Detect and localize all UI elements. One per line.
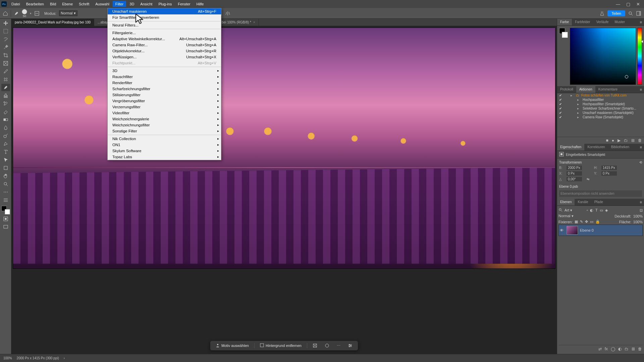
menu-item[interactable]: Topaz Labs bbox=[108, 154, 221, 160]
menu-item[interactable]: Neural Filters... bbox=[108, 22, 221, 28]
menu-item[interactable]: Verzerrungsfilter bbox=[108, 104, 221, 110]
menu-ebene[interactable]: Ebene bbox=[59, 1, 75, 7]
menu-item[interactable]: ON1 bbox=[108, 142, 221, 148]
heal-tool-icon[interactable] bbox=[1, 76, 10, 83]
panel-tab[interactable]: Korrekturen bbox=[584, 144, 608, 150]
hand-tool-icon[interactable] bbox=[1, 172, 10, 180]
lasso-tool-icon[interactable] bbox=[1, 36, 10, 43]
menu-fenster[interactable]: Fenster bbox=[175, 1, 193, 7]
panel-tab[interactable]: Muster bbox=[611, 19, 628, 25]
hue-slider[interactable] bbox=[637, 28, 642, 85]
properties-icon[interactable] bbox=[346, 342, 355, 349]
canvas[interactable]: Motiv auswählen Hintergrund entfernen ⋯ bbox=[11, 26, 557, 354]
menu-ansicht[interactable]: Ansicht bbox=[138, 1, 155, 7]
group-icon[interactable]: 🗀 bbox=[625, 347, 629, 351]
more-tools-icon[interactable]: ⋯ bbox=[1, 188, 10, 196]
width-field[interactable]: 2000 Px bbox=[567, 166, 582, 170]
lock-paint-icon[interactable]: ✎ bbox=[580, 220, 583, 224]
move-tool-icon[interactable] bbox=[1, 19, 10, 27]
menu-item[interactable]: Filtergalerie... bbox=[108, 30, 221, 36]
frame-tool-icon[interactable] bbox=[1, 60, 10, 67]
home-icon[interactable] bbox=[3, 11, 8, 16]
saturation-field[interactable] bbox=[570, 28, 636, 85]
trash-icon[interactable]: 🗑 bbox=[638, 347, 642, 351]
panel-tab[interactable]: Eigenschaften bbox=[557, 144, 584, 150]
panel-menu-icon[interactable]: ≡ bbox=[638, 86, 644, 93]
blend-mode-select[interactable]: Normal ▾ bbox=[59, 10, 77, 16]
filter-type-icon[interactable]: T bbox=[595, 208, 598, 212]
menu-item[interactable]: Videofilter bbox=[108, 110, 221, 116]
share-button[interactable]: Teilen bbox=[607, 10, 625, 16]
reset-icon[interactable]: ⟲ bbox=[639, 161, 642, 164]
menu-item[interactable]: Stilisierungsfilter bbox=[108, 92, 221, 98]
zoom-tool-icon[interactable] bbox=[1, 180, 10, 188]
flip-h-icon[interactable]: ⇋ bbox=[587, 177, 589, 181]
panel-menu-icon[interactable]: ≡ bbox=[638, 19, 644, 25]
layer-comp-select[interactable]: Ebenenkomposition nicht anwenden bbox=[559, 190, 642, 197]
action-item[interactable]: ✔▸Unscharf maskieren (Smartobjekt) bbox=[557, 111, 644, 115]
fill-field[interactable]: 100% bbox=[633, 220, 643, 224]
lock-all-icon[interactable]: 🔒 bbox=[595, 220, 600, 224]
path-select-icon[interactable] bbox=[1, 156, 10, 164]
blur-tool-icon[interactable] bbox=[1, 124, 10, 131]
search-icon[interactable] bbox=[628, 11, 633, 16]
menu-item[interactable]: Objektivkorrektur...Umschalt+Strg+R bbox=[108, 48, 221, 54]
menu-schrift[interactable]: Schrift bbox=[76, 1, 92, 7]
filter-adjust-icon[interactable]: ◐ bbox=[590, 208, 593, 213]
menu-item[interactable]: Scharfzeichnungsfilter bbox=[108, 86, 221, 92]
remove-bg-button[interactable]: Hintergrund entfernen bbox=[258, 342, 304, 349]
beaker-icon[interactable] bbox=[599, 11, 605, 16]
menu-plug-ins[interactable]: Plug-ins bbox=[156, 1, 174, 7]
eraser-tool-icon[interactable] bbox=[1, 108, 10, 115]
menu-item[interactable]: Sonstige Filter bbox=[108, 128, 221, 134]
new-set-icon[interactable]: 🗀 bbox=[624, 138, 628, 143]
select-subject-button[interactable]: Motiv auswählen bbox=[214, 342, 251, 349]
menu-item[interactable]: Unscharf maskierenAlt+Strg+F bbox=[108, 8, 221, 14]
action-item[interactable]: ✔▸Hochpassfilter bbox=[557, 98, 644, 102]
panel-tab[interactable]: Verläufe bbox=[593, 19, 612, 25]
panel-tab[interactable]: Pfade bbox=[591, 199, 606, 205]
menu-auswahl[interactable]: Auswahl bbox=[93, 1, 112, 7]
minimize-button[interactable]: — bbox=[616, 2, 620, 7]
fx-icon[interactable]: fx bbox=[605, 347, 608, 351]
stop-icon[interactable]: ■ bbox=[606, 138, 608, 143]
panel-tab[interactable]: Protokoll bbox=[557, 86, 576, 93]
y-field[interactable]: 0 Px bbox=[601, 171, 617, 176]
filter-smart-icon[interactable]: ◈ bbox=[605, 208, 608, 213]
x-field[interactable]: 0 Px bbox=[567, 171, 582, 176]
layer-row[interactable]: 👁 Ebene 0 bbox=[558, 225, 643, 236]
brush-tool-icon[interactable] bbox=[14, 11, 19, 16]
menu-hilfe[interactable]: Hilfe bbox=[194, 1, 206, 7]
panel-menu-icon[interactable]: ≡ bbox=[638, 144, 644, 150]
filter-image-icon[interactable]: ▫ bbox=[587, 208, 588, 212]
brush-preview[interactable]: 50 bbox=[22, 9, 27, 18]
action-item[interactable]: ✔▸Hochpassfilter (Smartobjekt) bbox=[557, 102, 644, 106]
trash-icon[interactable]: 🗑 bbox=[638, 138, 642, 143]
new-layer-icon[interactable]: ⊞ bbox=[632, 347, 635, 351]
blend-mode-select[interactable]: Normal ▾ bbox=[558, 214, 612, 218]
filter-shape-icon[interactable]: ▭ bbox=[600, 208, 603, 213]
ctx-icon-2[interactable] bbox=[323, 342, 331, 349]
angle-field[interactable]: 0,00° bbox=[567, 177, 582, 181]
panel-menu-icon[interactable]: ≡ bbox=[638, 199, 644, 205]
marquee-tool-icon[interactable] bbox=[1, 27, 10, 35]
menu-3d[interactable]: 3D bbox=[127, 1, 137, 7]
close-button[interactable]: ✕ bbox=[636, 2, 640, 7]
record-icon[interactable]: ● bbox=[612, 138, 614, 143]
play-icon[interactable]: ▶ bbox=[618, 138, 621, 143]
menu-item[interactable]: Weichzeichnergalerie bbox=[108, 116, 221, 122]
menu-item[interactable]: Camera Raw-Filter...Umschalt+Strg+A bbox=[108, 42, 221, 48]
search-icon[interactable] bbox=[558, 208, 562, 213]
brush-tool-icon[interactable] bbox=[1, 84, 10, 91]
type-tool-icon[interactable] bbox=[1, 148, 10, 156]
dodge-tool-icon[interactable] bbox=[1, 132, 10, 139]
panel-tab[interactable]: Bibliotheken bbox=[608, 144, 632, 150]
panel-tab[interactable]: Aktionen bbox=[576, 86, 595, 93]
gradient-tool-icon[interactable] bbox=[1, 116, 10, 123]
document-tab[interactable]: paris-2499022_David Mark auf Pixabay.jpg… bbox=[11, 19, 94, 26]
crop-tool-icon[interactable] bbox=[1, 52, 10, 59]
menu-item[interactable]: Rauschfilter bbox=[108, 74, 221, 80]
layer-name[interactable]: Ebene 0 bbox=[580, 228, 594, 232]
more-icon[interactable]: ⋯ bbox=[335, 343, 342, 349]
stamp-tool-icon[interactable] bbox=[1, 92, 10, 99]
